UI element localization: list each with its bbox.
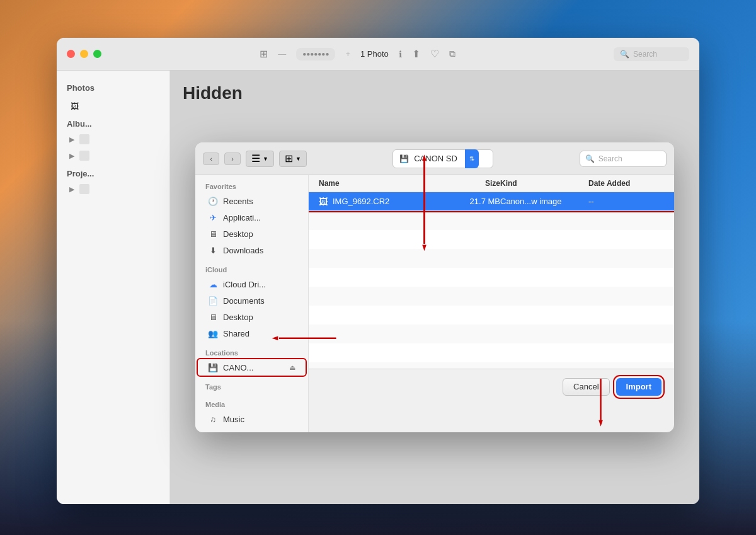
file-date: -- — [588, 197, 664, 206]
photos-titlebar: ⊞ — ●●●●●●● + 1 Photo ℹ ⬆ ♡ ⧉ 🔍 Search — [57, 38, 699, 71]
projects-label: Proje... — [57, 164, 169, 181]
list-view-button[interactable]: ☰ ▼ — [246, 151, 274, 167]
sidebar-item-downloads-label: Downloads — [223, 246, 263, 255]
sidebar-item-downloads[interactable]: ⬇ Downloads — [198, 242, 306, 258]
file-dialog: ‹ › ☰ ▼ ⊞ ▼ 💾 CANON SD — [195, 142, 674, 432]
sidebar-item-music-label: Music — [223, 415, 244, 424]
sidebar-item-projects[interactable]: ▶ — [59, 181, 167, 197]
tags-section-label: Tags — [195, 381, 308, 393]
photos-app-window: ⊞ — ●●●●●●● + 1 Photo ℹ ⬆ ♡ ⧉ 🔍 Search P… — [57, 38, 699, 504]
documents-icon: 📄 — [208, 296, 218, 306]
col-name: Name — [319, 179, 437, 188]
favorites-section-label: Favorites — [195, 180, 308, 193]
traffic-lights — [67, 50, 101, 58]
chevron-up-down-icon: ⇅ — [469, 155, 474, 162]
photos-main: Photos 🖼 Albu... ▶ ▶ Proje... ▶ Hidden — [57, 71, 699, 504]
list-view-chevron: ▼ — [263, 156, 268, 162]
dialog-search-placeholder: Search — [598, 154, 622, 163]
applications-icon: ✈ — [208, 212, 218, 222]
drive-icon: 💾 — [208, 362, 218, 372]
sidebar-item-icloud-desktop-label: Desktop — [223, 313, 253, 322]
eject-icon[interactable]: ⏏ — [289, 364, 295, 372]
location-dropdown-arrow: ⇅ — [465, 149, 479, 168]
sidebar-item-desktop[interactable]: 🖥 Desktop — [198, 226, 306, 242]
sidebar-item-shared-label: Shared — [223, 329, 249, 338]
photos-title: 1 Photo — [360, 49, 389, 59]
dialog-search-icon: 🔍 — [585, 154, 595, 163]
close-button[interactable] — [67, 50, 75, 58]
minimize-button[interactable] — [80, 50, 88, 58]
sidebar-item-recents-label: Recents — [223, 197, 253, 206]
file-name-img9692: 🖼 IMG_9692.CR2 — [319, 197, 437, 207]
sidebar-item-desktop-label: Desktop — [223, 229, 253, 239]
sidebar-item-icloud-drive[interactable]: ☁ iCloud Dri... — [198, 276, 306, 292]
sidebar-item-canon-label: CANO... — [223, 363, 253, 372]
file-size: 21.7 MB — [437, 197, 500, 206]
sidebar-item-albums[interactable]: ▶ — [59, 131, 167, 147]
file-name-label: IMG_9692.CR2 — [333, 197, 389, 206]
sidebar-item-applications[interactable]: ✈ Applicati... — [198, 209, 306, 226]
grid-view-icon: ⊞ — [285, 152, 293, 164]
col-size: Size — [437, 179, 500, 188]
dialog-overlay: ‹ › ☰ ▼ ⊞ ▼ 💾 CANON SD — [170, 71, 699, 504]
maximize-button[interactable] — [93, 50, 101, 58]
photos-search-bar[interactable]: 🔍 Search — [614, 47, 689, 61]
file-kind: Canon...w image — [500, 197, 588, 206]
recents-icon: 🕐 — [208, 196, 218, 206]
dialog-sidebar: Favorites 🕐 Recents ✈ Applicati... 🖥 — [195, 175, 309, 432]
file-row-img9692[interactable]: 🖼 IMG_9692.CR2 21.7 MB Canon...w image -… — [309, 192, 674, 211]
sidebar-item-shared[interactable]: 👥 Shared — [198, 325, 306, 342]
cancel-button[interactable]: Cancel — [563, 378, 609, 396]
media-section-label: Media — [195, 398, 308, 411]
sidebar-item-canon-sd[interactable]: 💾 CANO... ⏏ — [198, 359, 306, 376]
dialog-footer: Cancel Import — [309, 369, 674, 404]
sidebar-item-icloud-label: iCloud Dri... — [223, 280, 266, 289]
file-thumbnail-icon: 🖼 — [319, 197, 328, 207]
sidebar-item-documents-label: Documents — [223, 296, 265, 306]
col-kind: Kind — [500, 179, 588, 188]
icloud-icon: ☁ — [208, 279, 218, 289]
downloads-icon: ⬇ — [208, 245, 218, 255]
file-list-header: Name Size Kind Date Added — [309, 175, 674, 192]
sidebar-item-icloud-desktop[interactable]: 🖥 Desktop — [198, 309, 306, 325]
icloud-desktop-icon: 🖥 — [208, 312, 218, 322]
sd-card-icon: 💾 — [399, 154, 409, 163]
sidebar-item-documents[interactable]: 📄 Documents — [198, 292, 306, 309]
shared-icon: 👥 — [208, 328, 218, 338]
empty-file-area — [309, 211, 674, 369]
dialog-main: Favorites 🕐 Recents ✈ Applicati... 🖥 — [195, 175, 674, 432]
photos-app-sidebar: Photos 🖼 Albu... ▶ ▶ Proje... ▶ — [57, 71, 170, 504]
photos-toolbar-center: ⊞ — ●●●●●●● + 1 Photo ℹ ⬆ ♡ ⧉ — [109, 48, 606, 60]
dialog-file-area: Name Size Kind Date Added 🖼 I — [309, 175, 674, 432]
location-label: CANON SD — [414, 154, 457, 163]
file-list: 🖼 IMG_9692.CR2 21.7 MB Canon...w image -… — [309, 192, 674, 369]
icloud-section-label: iCloud — [195, 263, 308, 276]
forward-button[interactable]: › — [224, 152, 241, 165]
sidebar-item-applications-label: Applicati... — [223, 213, 261, 222]
locations-section-label: Locations — [195, 347, 308, 359]
col-date: Date Added — [588, 179, 664, 188]
photos-search-placeholder: Search — [633, 50, 657, 59]
sidebar-item-music[interactable]: ♫ Music — [198, 411, 306, 427]
sidebar-item-photos[interactable]: 🖼 — [59, 98, 167, 114]
photos-content: Hidden ‹ › ☰ ▼ ⊞ ▼ — [170, 71, 699, 504]
music-icon: ♫ — [208, 414, 218, 424]
albums-label: Albu... — [57, 114, 169, 131]
desktop-icon: 🖥 — [208, 229, 218, 239]
grid-view-button[interactable]: ⊞ ▼ — [279, 151, 307, 167]
back-button[interactable]: ‹ — [203, 152, 219, 165]
location-dropdown[interactable]: 💾 CANON SD ⇅ — [392, 149, 493, 168]
list-view-icon: ☰ — [251, 152, 260, 164]
dialog-toolbar: ‹ › ☰ ▼ ⊞ ▼ 💾 CANON SD — [195, 142, 674, 175]
photos-toolbar-right: 🔍 Search — [614, 47, 689, 61]
grid-view-chevron: ▼ — [295, 156, 301, 162]
dialog-search-input[interactable]: 🔍 Search — [580, 151, 667, 167]
sidebar-item-recents[interactable]: 🕐 Recents — [198, 193, 306, 209]
sidebar-item-albums2[interactable]: ▶ — [59, 147, 167, 164]
photos-label: Photos — [57, 78, 169, 98]
import-button[interactable]: Import — [616, 378, 662, 396]
photo-icon: 🖼 — [69, 101, 79, 111]
